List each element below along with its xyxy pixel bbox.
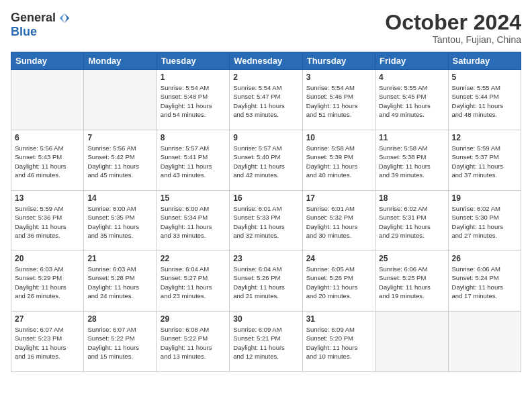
calendar-cell: 27Sunrise: 6:07 AM Sunset: 5:23 PM Dayli… (11, 312, 84, 372)
day-info: Sunrise: 5:57 AM Sunset: 5:40 PM Dayligh… (233, 144, 298, 179)
day-number: 12 (452, 133, 517, 142)
calendar-table: SundayMondayTuesdayWednesdayThursdayFrid… (11, 52, 521, 372)
day-info: Sunrise: 5:54 AM Sunset: 5:46 PM Dayligh… (306, 83, 371, 119)
calendar-cell: 19Sunrise: 6:02 AM Sunset: 5:30 PM Dayli… (448, 191, 521, 251)
col-header-sunday: Sunday (11, 52, 84, 70)
calendar-cell: 6Sunrise: 5:56 AM Sunset: 5:43 PM Daylig… (11, 130, 84, 191)
day-number: 24 (306, 254, 371, 263)
calendar-cell: 10Sunrise: 5:58 AM Sunset: 5:39 PM Dayli… (302, 130, 375, 191)
svg-marker-0 (64, 13, 69, 22)
day-info: Sunrise: 6:06 AM Sunset: 5:25 PM Dayligh… (379, 265, 444, 300)
day-number: 18 (379, 193, 444, 203)
calendar-cell: 7Sunrise: 5:56 AM Sunset: 5:42 PM Daylig… (84, 130, 157, 191)
day-number: 25 (379, 254, 444, 263)
day-info: Sunrise: 5:59 AM Sunset: 5:37 PM Dayligh… (452, 144, 517, 179)
calendar-week-5: 27Sunrise: 6:07 AM Sunset: 5:23 PM Dayli… (11, 312, 521, 372)
day-info: Sunrise: 6:07 AM Sunset: 5:22 PM Dayligh… (87, 325, 152, 361)
day-number: 11 (379, 133, 444, 142)
calendar-cell: 24Sunrise: 6:05 AM Sunset: 5:26 PM Dayli… (302, 251, 375, 312)
day-info: Sunrise: 6:09 AM Sunset: 5:21 PM Dayligh… (233, 325, 298, 361)
calendar-cell (448, 312, 521, 372)
day-number: 15 (161, 193, 226, 203)
day-number: 7 (87, 133, 152, 142)
day-info: Sunrise: 5:55 AM Sunset: 5:45 PM Dayligh… (379, 83, 444, 119)
day-number: 8 (161, 133, 226, 142)
calendar-cell: 26Sunrise: 6:06 AM Sunset: 5:24 PM Dayli… (448, 251, 521, 312)
day-number: 17 (306, 193, 371, 203)
day-info: Sunrise: 6:07 AM Sunset: 5:23 PM Dayligh… (15, 325, 80, 361)
day-info: Sunrise: 6:01 AM Sunset: 5:33 PM Dayligh… (233, 204, 298, 240)
day-number: 30 (233, 314, 298, 324)
day-number: 13 (15, 193, 80, 203)
day-info: Sunrise: 6:06 AM Sunset: 5:24 PM Dayligh… (452, 265, 517, 300)
day-info: Sunrise: 5:54 AM Sunset: 5:47 PM Dayligh… (233, 83, 298, 119)
day-number: 19 (452, 193, 517, 203)
day-number: 22 (161, 254, 226, 263)
day-info: Sunrise: 5:56 AM Sunset: 5:43 PM Dayligh… (15, 144, 80, 179)
logo-icon (58, 12, 71, 24)
location: Tantou, Fujian, China (385, 34, 521, 45)
day-info: Sunrise: 6:09 AM Sunset: 5:20 PM Dayligh… (306, 325, 371, 361)
calendar-cell (375, 312, 448, 372)
day-info: Sunrise: 6:04 AM Sunset: 5:26 PM Dayligh… (233, 265, 298, 300)
day-info: Sunrise: 6:04 AM Sunset: 5:27 PM Dayligh… (161, 265, 226, 300)
day-number: 6 (15, 133, 80, 142)
day-info: Sunrise: 6:00 AM Sunset: 5:35 PM Dayligh… (87, 204, 152, 240)
day-number: 14 (87, 193, 152, 203)
day-number: 10 (306, 133, 371, 142)
logo-general-text: General (11, 11, 56, 25)
calendar-cell: 3Sunrise: 5:54 AM Sunset: 5:46 PM Daylig… (302, 70, 375, 130)
day-number: 28 (87, 314, 152, 324)
day-info: Sunrise: 6:03 AM Sunset: 5:28 PM Dayligh… (87, 265, 152, 300)
day-number: 26 (452, 254, 517, 263)
calendar-cell: 29Sunrise: 6:08 AM Sunset: 5:22 PM Dayli… (157, 312, 229, 372)
day-number: 29 (161, 314, 226, 324)
day-number: 21 (87, 254, 152, 263)
day-info: Sunrise: 5:56 AM Sunset: 5:42 PM Dayligh… (87, 144, 152, 179)
svg-marker-1 (60, 13, 64, 22)
day-number: 2 (233, 73, 298, 82)
calendar-cell (11, 70, 84, 130)
calendar-cell: 31Sunrise: 6:09 AM Sunset: 5:20 PM Dayli… (302, 312, 375, 372)
day-number: 20 (15, 254, 80, 263)
calendar-cell: 15Sunrise: 6:00 AM Sunset: 5:34 PM Dayli… (157, 191, 229, 251)
calendar-cell: 20Sunrise: 6:03 AM Sunset: 5:29 PM Dayli… (11, 251, 84, 312)
day-info: Sunrise: 6:02 AM Sunset: 5:30 PM Dayligh… (452, 204, 517, 240)
calendar-header-row: SundayMondayTuesdayWednesdayThursdayFrid… (11, 52, 521, 70)
calendar-cell: 1Sunrise: 5:54 AM Sunset: 5:48 PM Daylig… (157, 70, 229, 130)
day-info: Sunrise: 6:05 AM Sunset: 5:26 PM Dayligh… (306, 265, 371, 300)
calendar-cell: 21Sunrise: 6:03 AM Sunset: 5:28 PM Dayli… (84, 251, 157, 312)
calendar-cell: 30Sunrise: 6:09 AM Sunset: 5:21 PM Dayli… (230, 312, 302, 372)
calendar-cell: 18Sunrise: 6:02 AM Sunset: 5:31 PM Dayli… (375, 191, 448, 251)
day-info: Sunrise: 5:57 AM Sunset: 5:41 PM Dayligh… (161, 144, 226, 179)
calendar-cell: 28Sunrise: 6:07 AM Sunset: 5:22 PM Dayli… (84, 312, 157, 372)
calendar-week-2: 6Sunrise: 5:56 AM Sunset: 5:43 PM Daylig… (11, 130, 521, 191)
logo-blue-text: Blue (11, 25, 37, 39)
day-number: 1 (161, 73, 226, 82)
day-number: 16 (233, 193, 298, 203)
calendar-cell: 17Sunrise: 6:01 AM Sunset: 5:32 PM Dayli… (302, 191, 375, 251)
col-header-saturday: Saturday (448, 52, 521, 70)
day-number: 9 (233, 133, 298, 142)
month-title: October 2024 (385, 11, 521, 34)
day-number: 23 (233, 254, 298, 263)
day-info: Sunrise: 5:59 AM Sunset: 5:36 PM Dayligh… (15, 204, 80, 240)
day-info: Sunrise: 6:02 AM Sunset: 5:31 PM Dayligh… (379, 204, 444, 240)
calendar-cell: 4Sunrise: 5:55 AM Sunset: 5:45 PM Daylig… (375, 70, 448, 130)
calendar-cell: 8Sunrise: 5:57 AM Sunset: 5:41 PM Daylig… (157, 130, 229, 191)
title-block: October 2024 Tantou, Fujian, China (385, 11, 521, 45)
header: General Blue October 2024 Tantou, Fujian… (11, 11, 521, 45)
calendar-cell: 5Sunrise: 5:55 AM Sunset: 5:44 PM Daylig… (448, 70, 521, 130)
calendar-cell: 22Sunrise: 6:04 AM Sunset: 5:27 PM Dayli… (157, 251, 229, 312)
day-info: Sunrise: 5:54 AM Sunset: 5:48 PM Dayligh… (161, 83, 226, 119)
calendar-cell: 12Sunrise: 5:59 AM Sunset: 5:37 PM Dayli… (448, 130, 521, 191)
calendar-cell: 11Sunrise: 5:58 AM Sunset: 5:38 PM Dayli… (375, 130, 448, 191)
calendar-week-1: 1Sunrise: 5:54 AM Sunset: 5:48 PM Daylig… (11, 70, 521, 130)
calendar-week-4: 20Sunrise: 6:03 AM Sunset: 5:29 PM Dayli… (11, 251, 521, 312)
calendar-cell: 23Sunrise: 6:04 AM Sunset: 5:26 PM Dayli… (230, 251, 302, 312)
col-header-tuesday: Tuesday (157, 52, 229, 70)
calendar-cell: 13Sunrise: 5:59 AM Sunset: 5:36 PM Dayli… (11, 191, 84, 251)
day-number: 27 (15, 314, 80, 324)
day-info: Sunrise: 5:55 AM Sunset: 5:44 PM Dayligh… (452, 83, 517, 119)
page: General Blue October 2024 Tantou, Fujian… (0, 0, 532, 411)
